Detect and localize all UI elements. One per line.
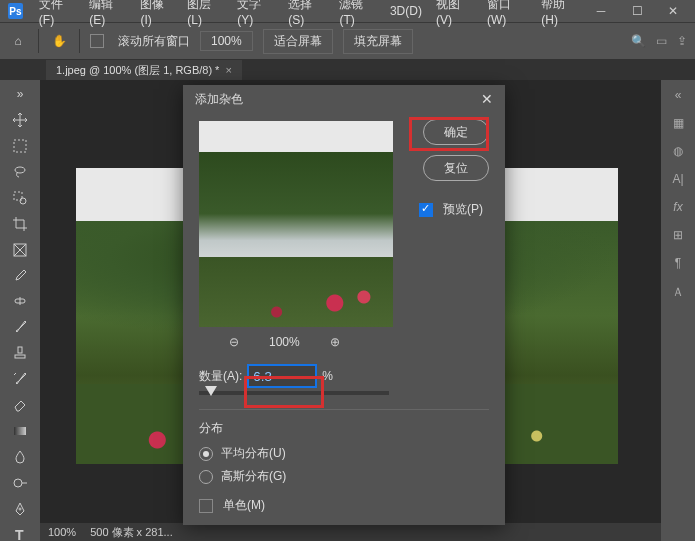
- amount-label: 数量(A):: [199, 368, 242, 385]
- status-dimensions: 500 像素 x 281...: [90, 525, 173, 540]
- move-tool[interactable]: [8, 110, 32, 130]
- svg-rect-6: [18, 347, 22, 353]
- marquee-tool[interactable]: [8, 136, 32, 156]
- preview-zoom-value: 100%: [269, 335, 300, 349]
- minimize-button[interactable]: ─: [587, 2, 615, 20]
- pen-tool[interactable]: [8, 499, 32, 519]
- zoom-out-icon[interactable]: ⊖: [229, 335, 239, 349]
- zoom-value[interactable]: 100%: [200, 31, 253, 51]
- menu-select[interactable]: 选择(S): [282, 0, 331, 29]
- distribution-label: 分布: [199, 420, 489, 437]
- color-icon[interactable]: ◍: [673, 144, 683, 158]
- quick-select-tool[interactable]: [8, 188, 32, 208]
- panel-expand-icon[interactable]: «: [675, 88, 682, 102]
- menu-help[interactable]: 帮助(H): [535, 0, 585, 29]
- uniform-radio[interactable]: [199, 447, 213, 461]
- preview-label: 预览(P): [443, 201, 483, 218]
- search-icon[interactable]: 🔍: [631, 34, 646, 48]
- blur-tool[interactable]: [8, 447, 32, 467]
- ok-button[interactable]: 确定: [423, 119, 489, 145]
- crop-tool[interactable]: [8, 214, 32, 234]
- scroll-all-checkbox[interactable]: [90, 34, 104, 48]
- amount-slider[interactable]: [199, 391, 389, 395]
- gaussian-radio[interactable]: [199, 470, 213, 484]
- dialog-title: 添加杂色: [195, 91, 243, 108]
- svg-text:T: T: [15, 527, 24, 541]
- menu-filter[interactable]: 滤镜(T): [333, 0, 382, 29]
- status-zoom: 100%: [48, 526, 76, 538]
- slider-thumb[interactable]: [205, 386, 217, 396]
- svg-point-9: [14, 479, 22, 487]
- divider: [79, 29, 80, 53]
- app-logo: Ps: [8, 3, 23, 19]
- character-icon[interactable]: A|: [672, 172, 683, 186]
- svg-point-1: [15, 167, 25, 173]
- libraries-icon[interactable]: ▦: [673, 116, 684, 130]
- menu-view[interactable]: 视图(V): [430, 0, 479, 29]
- frame-tool[interactable]: [8, 240, 32, 260]
- uniform-label: 平均分布(U): [221, 445, 286, 462]
- maximize-button[interactable]: ☐: [623, 2, 651, 20]
- monochrome-label: 单色(M): [223, 497, 265, 514]
- stamp-tool[interactable]: [8, 343, 32, 363]
- home-icon[interactable]: ⌂: [8, 31, 28, 51]
- add-noise-dialog: 添加杂色 ✕ ⊖ 100% ⊕ 数量(A): % 分布 平均分布(U) 高斯分布…: [183, 85, 505, 525]
- dodge-tool[interactable]: [8, 473, 32, 493]
- svg-point-3: [20, 198, 26, 204]
- paragraph-icon[interactable]: ¶: [675, 256, 681, 270]
- menu-type[interactable]: 文字(Y): [231, 0, 280, 29]
- type-tool[interactable]: T: [8, 525, 32, 541]
- preview-image[interactable]: [199, 121, 393, 327]
- svg-rect-8: [14, 427, 26, 435]
- glyphs-icon[interactable]: Ａ: [672, 284, 684, 301]
- divider: [38, 29, 39, 53]
- zoom-in-icon[interactable]: ⊕: [330, 335, 340, 349]
- fill-screen-button[interactable]: 填充屏幕: [343, 29, 413, 54]
- svg-rect-0: [14, 140, 26, 152]
- history-brush-tool[interactable]: [8, 369, 32, 389]
- svg-rect-7: [15, 355, 25, 358]
- close-button[interactable]: ✕: [659, 2, 687, 20]
- menu-3d[interactable]: 3D(D): [384, 2, 428, 20]
- menu-window[interactable]: 窗口(W): [481, 0, 533, 29]
- gradient-tool[interactable]: [8, 421, 32, 441]
- brush-tool[interactable]: [8, 317, 32, 337]
- eraser-tool[interactable]: [8, 395, 32, 415]
- healing-tool[interactable]: [8, 292, 32, 312]
- gaussian-label: 高斯分布(G): [221, 468, 286, 485]
- workspace-icon[interactable]: ▭: [656, 34, 667, 48]
- tab-close-icon[interactable]: ×: [225, 64, 231, 76]
- menu-edit[interactable]: 编辑(E): [83, 0, 132, 29]
- tab-title: 1.jpeg @ 100% (图层 1, RGB/8) *: [56, 63, 219, 78]
- scroll-all-label: 滚动所有窗口: [118, 33, 190, 50]
- menu-layer[interactable]: 图层(L): [181, 0, 229, 29]
- menu-file[interactable]: 文件(F): [33, 0, 82, 29]
- menu-image[interactable]: 图像(I): [134, 0, 179, 29]
- lasso-tool[interactable]: [8, 162, 32, 182]
- hand-tool-icon[interactable]: ✋: [49, 31, 69, 51]
- eyedropper-tool[interactable]: [8, 266, 32, 286]
- amount-unit: %: [322, 369, 333, 383]
- fit-screen-button[interactable]: 适合屏幕: [263, 29, 333, 54]
- amount-input[interactable]: [248, 365, 316, 387]
- document-tab[interactable]: 1.jpeg @ 100% (图层 1, RGB/8) * ×: [46, 60, 242, 81]
- expand-panel-icon[interactable]: »: [8, 84, 32, 104]
- preview-checkbox[interactable]: [419, 203, 433, 217]
- monochrome-checkbox[interactable]: [199, 499, 213, 513]
- dialog-close-icon[interactable]: ✕: [481, 91, 493, 107]
- svg-point-10: [19, 508, 21, 510]
- share-icon[interactable]: ⇪: [677, 34, 687, 48]
- fx-icon[interactable]: fx: [673, 200, 682, 214]
- swatches-icon[interactable]: ⊞: [673, 228, 683, 242]
- reset-button[interactable]: 复位: [423, 155, 489, 181]
